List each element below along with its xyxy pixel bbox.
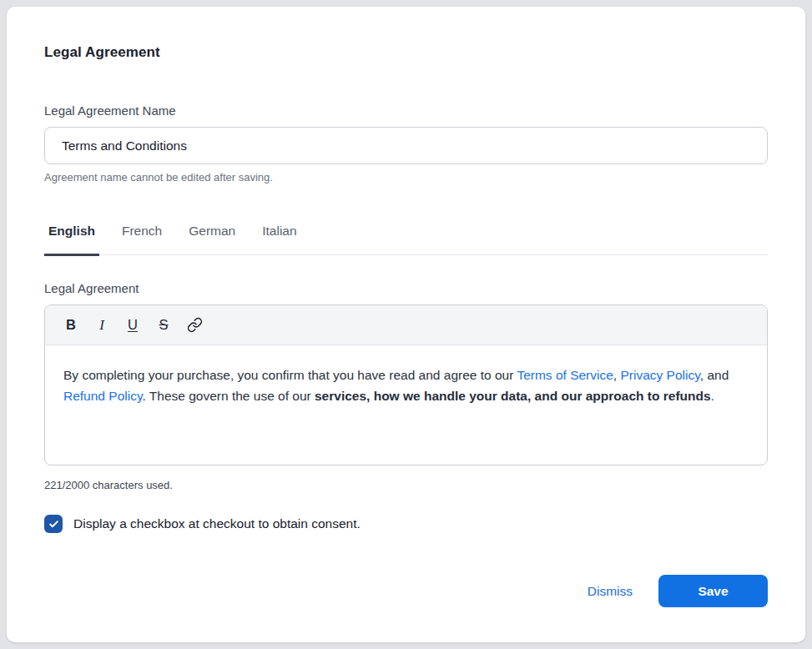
tab-german[interactable]: German bbox=[184, 219, 240, 256]
save-button[interactable]: Save bbox=[658, 575, 768, 607]
consent-checkbox[interactable] bbox=[44, 515, 63, 533]
agreement-name-input[interactable] bbox=[44, 127, 768, 164]
dismiss-button[interactable]: Dismiss bbox=[588, 584, 633, 599]
rich-text: . These govern the use of our bbox=[142, 389, 315, 403]
legal-agreement-label: Legal Agreement bbox=[44, 281, 768, 296]
check-icon bbox=[48, 519, 59, 530]
agreement-name-helper: Agreement name cannot be edited after sa… bbox=[44, 171, 768, 184]
strikethrough-button[interactable]: S bbox=[149, 311, 178, 340]
rich-text-bold: services, how we handle your data, and o… bbox=[315, 389, 711, 403]
tab-english[interactable]: English bbox=[44, 219, 99, 256]
rich-text-editor: B I U S By completing your purchase, you… bbox=[44, 304, 768, 465]
tab-french[interactable]: French bbox=[118, 219, 166, 256]
rich-text-link[interactable]: Privacy Policy bbox=[620, 368, 699, 382]
dialog-footer: Dismiss Save bbox=[44, 575, 768, 607]
underline-button[interactable]: U bbox=[119, 311, 147, 340]
rich-text: . bbox=[711, 389, 714, 403]
bold-button[interactable]: B bbox=[57, 311, 85, 340]
rich-text-link[interactable]: Refund Policy bbox=[63, 389, 142, 403]
consent-label: Display a checkbox at checkout to obtain… bbox=[73, 516, 361, 531]
tab-italian[interactable]: Italian bbox=[258, 219, 300, 256]
rich-text: , and bbox=[700, 368, 729, 382]
agreement-name-label: Legal Agreement Name bbox=[44, 103, 768, 118]
editor-toolbar: B I U S bbox=[45, 305, 767, 345]
link-icon bbox=[187, 317, 203, 333]
legal-agreement-dialog: Legal Agreement Legal Agreement Name Agr… bbox=[7, 7, 805, 642]
link-button[interactable] bbox=[180, 311, 209, 340]
page-title: Legal Agreement bbox=[44, 43, 768, 62]
character-count: 221/2000 characters used. bbox=[44, 479, 768, 492]
language-tabs: English French German Italian bbox=[44, 219, 768, 255]
consent-row: Display a checkbox at checkout to obtain… bbox=[44, 515, 768, 533]
rich-text-link[interactable]: Terms of Service bbox=[517, 368, 613, 382]
italic-button[interactable]: I bbox=[88, 311, 116, 340]
editor-content[interactable]: By completing your purchase, you confirm… bbox=[45, 345, 767, 465]
agreement-name-section: Legal Agreement Name Agreement name cann… bbox=[44, 103, 768, 184]
legal-agreement-editor-section: Legal Agreement B I U S By completing yo… bbox=[44, 281, 768, 492]
rich-text: By completing your purchase, you confirm… bbox=[63, 368, 517, 382]
